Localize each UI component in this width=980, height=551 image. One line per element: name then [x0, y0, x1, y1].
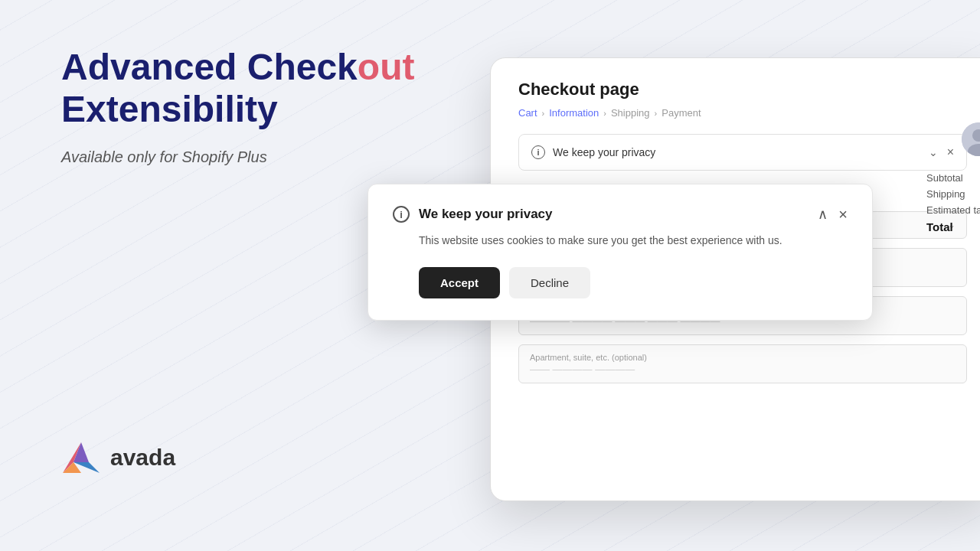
avada-logo: avada — [61, 441, 429, 474]
headline-extensibility: Extensibility — [61, 88, 429, 130]
modal-title: We keep your privacy — [419, 207, 553, 222]
breadcrumb-shipping: Shipping — [611, 107, 650, 119]
breadcrumb: Cart › Information › Shipping › Payment — [518, 107, 967, 119]
breadcrumb-payment: Payment — [662, 107, 701, 119]
headline: Advanced Checkout Extensibility — [61, 46, 429, 130]
decline-button[interactable]: Decline — [509, 267, 590, 298]
modal-close-icon[interactable]: × — [838, 207, 848, 222]
headline-highlight: out — [358, 47, 415, 87]
avada-logo-icon — [61, 441, 101, 474]
breadcrumb-cart[interactable]: Cart — [518, 107, 537, 119]
apt-value: —— ———— ———— — [530, 364, 956, 375]
banner-actions: ⌄ × — [929, 145, 954, 159]
breadcrumb-sep-1: › — [542, 109, 545, 118]
breadcrumb-information[interactable]: Information — [549, 107, 599, 119]
apt-label: Apartment, suite, etc. (optional) — [530, 353, 956, 362]
breadcrumb-sep-3: › — [655, 109, 658, 118]
checkout-title: Checkout page — [518, 80, 967, 99]
apt-field[interactable]: Apartment, suite, etc. (optional) —— ———… — [518, 344, 967, 383]
banner-close-icon[interactable]: × — [947, 145, 954, 159]
modal-chevron-icon[interactable]: ∧ — [818, 206, 828, 223]
avada-text: avada — [110, 445, 175, 471]
subtotal-label: Subtotal — [926, 172, 980, 184]
privacy-info-icon: i — [531, 145, 545, 159]
breadcrumb-sep-2: › — [603, 109, 606, 118]
modal-info-icon: i — [393, 206, 410, 223]
modal-footer: Accept Decline — [393, 267, 848, 298]
banner-chevron-icon[interactable]: ⌄ — [929, 146, 938, 158]
modal-body: This website uses cookies to make sure y… — [393, 232, 848, 249]
headline-advanced: Advanced Check — [61, 47, 358, 87]
privacy-modal: i We keep your privacy ∧ × This website … — [368, 184, 873, 321]
shipping-label: Shipping — [926, 188, 980, 200]
privacy-banner-text: We keep your privacy — [553, 146, 655, 158]
checkout-privacy-banner: i We keep your privacy ⌄ × — [518, 134, 967, 171]
accept-button[interactable]: Accept — [419, 267, 500, 298]
modal-header: i We keep your privacy ∧ × — [393, 206, 848, 223]
modal-header-left: i We keep your privacy — [393, 206, 553, 223]
order-summary-sidebar: Subtotal Shipping Estimated tax Total — [919, 165, 980, 241]
privacy-banner-left: i We keep your privacy — [531, 145, 655, 159]
estimated-tax-label: Estimated tax — [926, 204, 980, 216]
subheadline: Available only for Shopify Plus — [61, 148, 429, 166]
modal-header-actions: ∧ × — [818, 206, 848, 223]
total-label: Total — [926, 220, 980, 233]
